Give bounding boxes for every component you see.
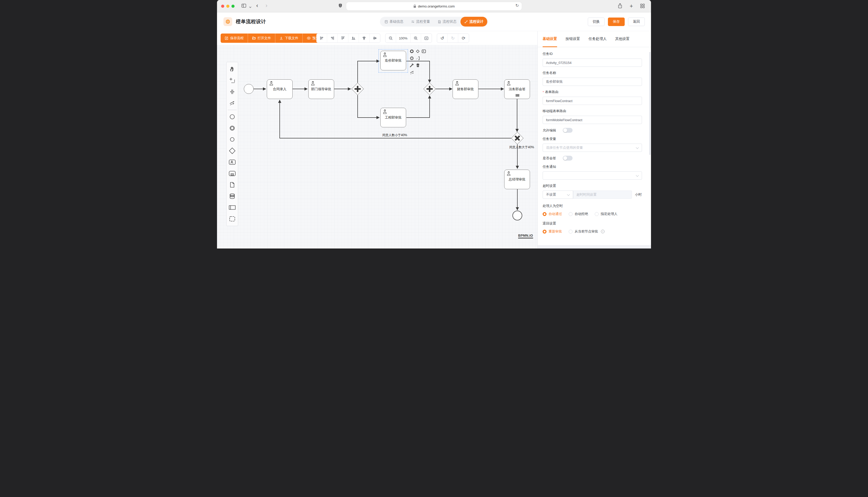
form-route-input[interactable]: formFlowContract xyxy=(543,97,642,105)
edge-label-gt40[interactable]: 同意人数大于40% xyxy=(509,145,534,150)
multi-instance-marker xyxy=(516,94,519,97)
url-bar[interactable]: demo.orangeforms.com ↻ xyxy=(346,2,522,10)
task-label: 财务部审批 xyxy=(457,87,474,91)
allow-edit-toggle[interactable] xyxy=(563,128,573,133)
append-end-event-icon[interactable] xyxy=(410,49,414,54)
panel-tab-basic-settings[interactable]: 基础设置 xyxy=(543,31,557,47)
panel-tab-button-settings[interactable]: 按钮设置 xyxy=(566,31,580,47)
back-button[interactable]: 返回 xyxy=(628,17,645,26)
radio-auto-reject[interactable]: 自动拒绝 xyxy=(569,212,588,216)
append-intermediate-event-icon[interactable] xyxy=(410,56,414,61)
tab-label: 流程状态 xyxy=(443,19,457,24)
task-id-label: 任务ID xyxy=(543,52,642,56)
task-label: 部门领导审批 xyxy=(311,87,331,91)
text-annotation-icon[interactable] xyxy=(416,56,420,61)
radio-re-approve[interactable]: 重新审批 xyxy=(543,229,562,234)
task-label: 总经理审批 xyxy=(509,177,526,182)
reject-setting-label: 退回设置 xyxy=(543,221,642,226)
task-legal-countersign[interactable]: 法务部会签 xyxy=(504,80,530,99)
task-label: 法务部会签 xyxy=(509,87,526,91)
forward-icon[interactable]: › xyxy=(265,2,267,9)
task-eng-dept-approve[interactable]: 工程部审批 xyxy=(380,108,406,127)
sliders-icon xyxy=(411,20,415,24)
timeout-mode-select[interactable]: 不设置 xyxy=(543,190,573,199)
panel-footer-strip xyxy=(538,245,651,248)
form-route-label: * 表单路由 xyxy=(543,90,642,94)
edge-label-lt40[interactable]: 同意人数小于40% xyxy=(382,133,407,138)
panel-tab-task-assignee[interactable]: 任务处理人 xyxy=(589,31,607,47)
bpmn-canvas[interactable]: 保存流程 打开文件 下载文件 预览 xyxy=(217,31,537,248)
task-notify-label: 任务通知 xyxy=(543,165,642,169)
task-contract-entry[interactable]: 合同录入 xyxy=(267,80,293,99)
document-icon xyxy=(438,20,441,24)
radio-auto-approve[interactable]: 自动通过 xyxy=(543,212,562,216)
radio-icon xyxy=(569,212,573,216)
timeout-unit: 小时 xyxy=(635,192,642,197)
radio-from-current-node[interactable]: 从当前节点审批! xyxy=(569,229,605,234)
new-tab-icon[interactable]: + xyxy=(630,4,633,9)
empty-assignee-options: 自动通过 自动拒绝 指定处理人 xyxy=(543,212,642,216)
panel-tab-other-settings[interactable]: 其他设置 xyxy=(615,31,630,47)
zoom-window-button[interactable] xyxy=(232,5,235,8)
trash-icon[interactable] xyxy=(416,63,420,69)
shield-icon[interactable] xyxy=(338,3,342,9)
tab-overview-icon[interactable] xyxy=(640,4,645,9)
timeout-value-input[interactable]: 超时时间设置 xyxy=(573,190,632,199)
reload-icon[interactable]: ↻ xyxy=(515,3,519,8)
radio-icon xyxy=(543,230,547,233)
tab-label: 流程设计 xyxy=(470,19,484,24)
task-id-input[interactable]: Activity_0725154 xyxy=(543,58,642,67)
chevron-down-icon[interactable] xyxy=(249,5,251,9)
start-event[interactable] xyxy=(244,84,254,94)
append-user-task-icon[interactable] xyxy=(422,49,426,54)
end-event[interactable] xyxy=(512,211,522,221)
task-variable-select[interactable]: 选择任务节点使用的变量 xyxy=(543,144,642,152)
tab-flow-design[interactable]: 流程设计 xyxy=(460,17,487,27)
tab-flow-status[interactable]: 流程状态 xyxy=(434,17,460,27)
sidebar-icon[interactable] xyxy=(241,3,246,9)
save-button[interactable]: 保存 xyxy=(608,17,625,26)
back-icon[interactable]: ‹ xyxy=(256,2,258,9)
user-icon xyxy=(506,171,511,176)
lock-icon xyxy=(413,4,416,8)
wrench-icon[interactable] xyxy=(410,63,414,69)
task-label: 合同录入 xyxy=(273,87,286,91)
close-window-button[interactable] xyxy=(221,5,224,8)
task-name-input[interactable]: 造价部审批 xyxy=(543,77,642,86)
radio-icon xyxy=(569,230,573,233)
task-variable-label: 任务变量 xyxy=(543,137,642,141)
tab-flow-variables[interactable]: 流程变量 xyxy=(408,17,434,27)
share-icon[interactable] xyxy=(618,3,622,10)
empty-assignee-label: 处理人为空时 xyxy=(543,204,642,208)
minimize-window-button[interactable] xyxy=(226,5,230,8)
mobile-form-route-input[interactable]: formMobileFlowContract xyxy=(543,116,642,124)
tab-basic-info[interactable]: 基础信息 xyxy=(381,17,408,27)
task-notify-select[interactable] xyxy=(543,171,642,180)
info-icon[interactable]: ! xyxy=(601,230,605,233)
radio-assign-handler[interactable]: 指定处理人 xyxy=(595,212,618,216)
task-variable-placeholder: 选择任务节点使用的变量 xyxy=(546,145,583,150)
countersign-toggle[interactable] xyxy=(563,156,573,160)
url-text: demo.orangeforms.com xyxy=(418,4,455,8)
main-content: 保存流程 打开文件 下载文件 预览 xyxy=(217,31,651,248)
append-gateway-icon[interactable] xyxy=(416,49,420,54)
page-title: 橙单流程设计 xyxy=(236,18,266,25)
radio-icon xyxy=(595,212,598,216)
bpmn-io-watermark[interactable]: BPMN.iO xyxy=(518,233,533,239)
task-name-label: 任务名称 xyxy=(543,71,642,75)
user-icon xyxy=(268,81,274,86)
user-icon xyxy=(506,81,511,86)
timeout-label: 超时设置 xyxy=(543,184,642,188)
connect-icon[interactable] xyxy=(410,70,414,76)
task-dept-leader-approve[interactable]: 部门领导审批 xyxy=(308,80,334,99)
tab-label: 基础信息 xyxy=(390,19,403,24)
exclusive-gateway-x xyxy=(511,132,524,144)
task-finance-approve[interactable]: 财务部审批 xyxy=(453,80,478,99)
reject-setting-options: 重新审批 从当前节点审批! xyxy=(543,229,642,234)
panel-body: 任务ID Activity_0725154 任务名称 造价部审批 * 表单路由 … xyxy=(538,47,651,234)
task-gm-approve[interactable]: 总经理审批 xyxy=(504,170,530,189)
flow-icon xyxy=(465,20,468,24)
switch-button[interactable]: 切换 xyxy=(588,17,605,26)
panel-scrollbar[interactable] xyxy=(649,52,650,155)
form-icon xyxy=(385,20,388,24)
